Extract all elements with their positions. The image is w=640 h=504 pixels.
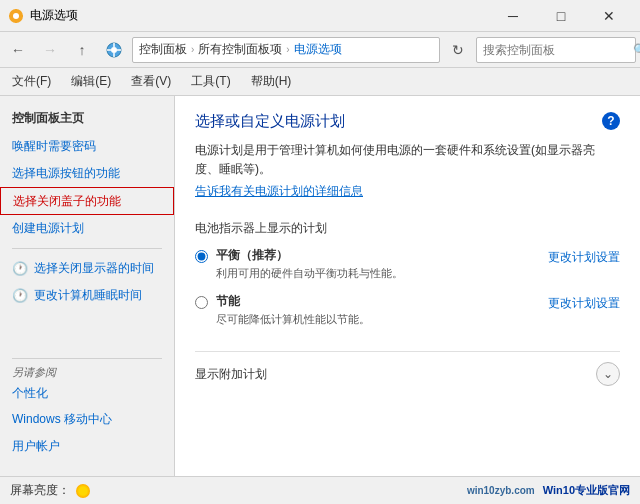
plan-balanced-name: 平衡（推荐） xyxy=(216,247,403,264)
window-title: 电源选项 xyxy=(30,7,490,24)
breadcrumb-controlpanel[interactable]: 控制面板 xyxy=(139,41,187,58)
svg-point-1 xyxy=(13,13,19,19)
location-icon-button[interactable] xyxy=(100,36,128,64)
refresh-button[interactable]: ↻ xyxy=(444,36,472,64)
content-area: 选择或自定义电源计划 电源计划是用于管理计算机如何使用电源的一套硬件和系统设置(… xyxy=(175,96,640,476)
show-plans-chevron[interactable]: ⌄ xyxy=(596,362,620,386)
sidebar-link-createplan[interactable]: 创建电源计划 xyxy=(0,215,174,242)
plan-saver-desc: 尽可能降低计算机性能以节能。 xyxy=(216,312,370,327)
plan-saver-row: 节能 尽可能降低计算机性能以节能。 更改计划设置 xyxy=(195,293,620,339)
close-button[interactable]: ✕ xyxy=(586,0,632,32)
sidebar-link-wakeup[interactable]: 唤醒时需要密码 xyxy=(0,133,174,160)
menu-file[interactable]: 文件(F) xyxy=(4,69,59,94)
battery-section-label: 电池指示器上显示的计划 xyxy=(195,220,620,237)
watermark-url: win10zyb.com xyxy=(467,485,535,496)
breadcrumb-current: 电源选项 xyxy=(294,41,342,58)
plan-saver-item: 节能 尽可能降低计算机性能以节能。 xyxy=(195,293,370,327)
search-box: 🔍 xyxy=(476,37,636,63)
plan-saver-name: 节能 xyxy=(216,293,370,310)
menu-view[interactable]: 查看(V) xyxy=(123,69,179,94)
menu-tools[interactable]: 工具(T) xyxy=(183,69,238,94)
sidebar-link-mobility[interactable]: Windows 移动中心 xyxy=(0,406,174,433)
window-controls: ─ □ ✕ xyxy=(490,0,632,32)
sidebar-link-lidclose[interactable]: 选择关闭盖子的功能 xyxy=(0,187,174,216)
brightness-label: 屏幕亮度： xyxy=(10,482,70,499)
breadcrumb-bar: 控制面板 › 所有控制面板项 › 电源选项 xyxy=(132,37,440,63)
svg-point-7 xyxy=(111,47,117,53)
up-button[interactable]: ↑ xyxy=(68,36,96,64)
status-bar: 屏幕亮度： win10zyb.com Win10专业版官网 xyxy=(0,476,640,504)
sidebar-link-sleeptimer[interactable]: 🕐 更改计算机睡眠时间 xyxy=(0,282,174,309)
plan-balanced-radio[interactable] xyxy=(195,250,208,263)
sidebar-link-powerbutton[interactable]: 选择电源按钮的功能 xyxy=(0,160,174,187)
plan-balanced-row: 平衡（推荐） 利用可用的硬件自动平衡功耗与性能。 更改计划设置 xyxy=(195,247,620,293)
window-icon xyxy=(8,8,24,24)
sidebar-link-useraccount[interactable]: 用户帐户 xyxy=(0,433,174,460)
sidebar: 控制面板主页 唤醒时需要密码 选择电源按钮的功能 选择关闭盖子的功能 创建电源计… xyxy=(0,96,175,476)
page-description: 电源计划是用于管理计算机如何使用电源的一套硬件和系统设置(如显示器亮度、睡眠等)… xyxy=(195,141,602,179)
sidebar-bottom: 另请参阅 个性化 Windows 移动中心 用户帐户 xyxy=(0,344,174,468)
sidebar-divider-2 xyxy=(12,358,162,359)
back-button[interactable]: ← xyxy=(4,36,32,64)
brightness-icon xyxy=(76,484,90,498)
menu-bar: 文件(F) 编辑(E) 查看(V) 工具(T) 帮助(H) xyxy=(0,68,640,96)
sidebar-link-personalize[interactable]: 个性化 xyxy=(0,380,174,407)
watermark-area: win10zyb.com Win10专业版官网 xyxy=(467,483,630,498)
sidebar-title: 控制面板主页 xyxy=(0,104,174,133)
brightness-row: 屏幕亮度： xyxy=(10,482,90,499)
sidebar-link-displaytimer[interactable]: 🕐 选择关闭显示器的时间 xyxy=(0,255,174,282)
show-plans-label[interactable]: 显示附加计划 xyxy=(195,366,267,383)
breadcrumb-sep-2: › xyxy=(286,44,289,55)
show-plans-row: 显示附加计划 ⌄ xyxy=(195,351,620,386)
address-bar: ← → ↑ 控制面板 › 所有控制面板项 › 电源选项 ↻ 🔍 xyxy=(0,32,640,68)
title-bar: 电源选项 ─ □ ✕ xyxy=(0,0,640,32)
help-icon[interactable]: ? xyxy=(602,112,620,130)
main-layout: 控制面板主页 唤醒时需要密码 选择电源按钮的功能 选择关闭盖子的功能 创建电源计… xyxy=(0,96,640,476)
plan-saver-change[interactable]: 更改计划设置 xyxy=(548,295,620,312)
maximize-button[interactable]: □ xyxy=(538,0,584,32)
clock-icon: 🕐 xyxy=(12,261,28,276)
menu-edit[interactable]: 编辑(E) xyxy=(63,69,119,94)
plan-balanced-item: 平衡（推荐） 利用可用的硬件自动平衡功耗与性能。 xyxy=(195,247,403,281)
plan-saver-info: 节能 尽可能降低计算机性能以节能。 xyxy=(216,293,370,327)
forward-button[interactable]: → xyxy=(36,36,64,64)
sidebar-divider-1 xyxy=(12,248,162,249)
plan-balanced-info: 平衡（推荐） 利用可用的硬件自动平衡功耗与性能。 xyxy=(216,247,403,281)
breadcrumb-all-items[interactable]: 所有控制面板项 xyxy=(198,41,282,58)
details-link[interactable]: 告诉我有关电源计划的详细信息 xyxy=(195,183,363,200)
plan-balanced-desc: 利用可用的硬件自动平衡功耗与性能。 xyxy=(216,266,403,281)
search-input[interactable] xyxy=(483,43,633,57)
plan-saver-radio[interactable] xyxy=(195,296,208,309)
page-title: 选择或自定义电源计划 xyxy=(195,112,602,131)
menu-help[interactable]: 帮助(H) xyxy=(243,69,300,94)
breadcrumb-sep-1: › xyxy=(191,44,194,55)
clock2-icon: 🕐 xyxy=(12,288,28,303)
also-see-label: 另请参阅 xyxy=(0,360,68,384)
plan-balanced-change[interactable]: 更改计划设置 xyxy=(548,249,620,266)
minimize-button[interactable]: ─ xyxy=(490,0,536,32)
watermark-brand: Win10专业版官网 xyxy=(543,483,630,498)
search-icon: 🔍 xyxy=(633,43,640,57)
